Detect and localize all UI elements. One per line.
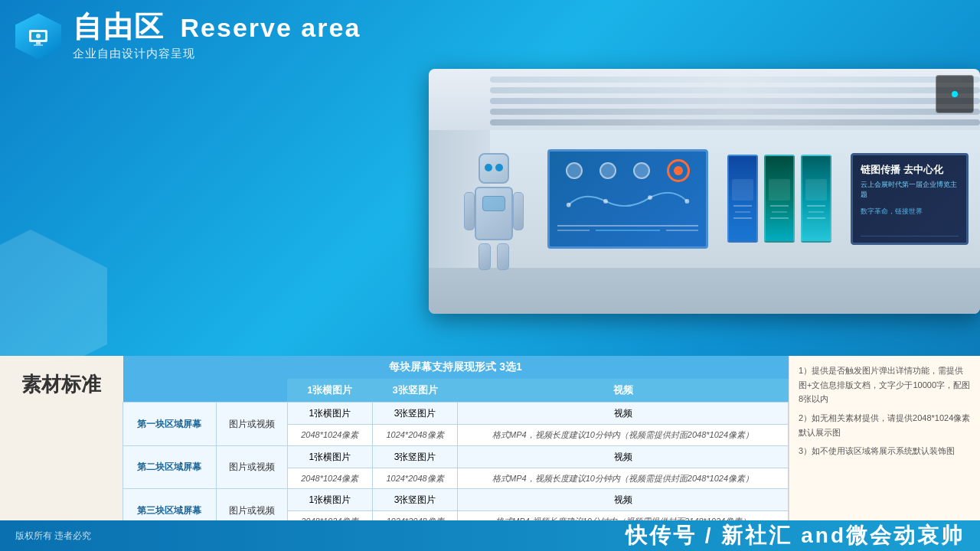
section-title: 素材标准	[21, 371, 101, 398]
row3-portrait-label: 3张竖图片	[372, 489, 457, 511]
banner-screens	[727, 155, 831, 243]
mini-map-dot	[952, 91, 958, 97]
svg-rect-2	[36, 42, 41, 44]
robot-figure	[467, 153, 521, 268]
screen-right-subtitle: 云上会展时代第一届企业博览主题	[861, 180, 959, 201]
note-3: 3）如不使用该区域将展示系统默认装饰图	[799, 444, 971, 458]
col-header-media	[216, 379, 287, 403]
row1-video-spec: 格式MP4，视频长度建议10分钟内（视频需提供封面2048*1024像素）	[458, 425, 789, 446]
footer-copyright: 版权所有 违者必究	[15, 530, 91, 543]
screen-left	[547, 149, 708, 249]
row2-media: 图片或视频	[216, 445, 287, 489]
robot-body	[475, 187, 513, 240]
robot-legs	[467, 243, 521, 270]
svg-rect-3	[34, 44, 43, 46]
robot-arm-right	[513, 192, 524, 230]
robot-head	[479, 153, 509, 184]
page-subtitle: 企业自由设计内容呈现	[73, 47, 361, 61]
row2-portrait-label: 3张竖图片	[372, 445, 457, 468]
screen-right-tag: 数字革命，链接世界	[861, 207, 959, 217]
svg-point-8	[684, 199, 689, 204]
logo-icon	[15, 13, 61, 59]
svg-point-5	[567, 203, 571, 207]
screen-right: 链图传播 去中心化 云上会展时代第一届企业博览主题 数字革命，链接世界	[851, 153, 969, 245]
row3-landscape-label: 1张横图片	[287, 489, 372, 511]
title-en: Reserve area	[181, 13, 361, 42]
screen-right-title: 链图传播 去中心化	[861, 163, 959, 177]
row2-video-label: 视频	[458, 445, 789, 468]
preview-scene: 链图传播 去中心化 云上会展时代第一届企业博览主题 数字革命，链接世界	[429, 69, 980, 314]
col-header-screen	[123, 379, 217, 403]
row1-portrait-label: 3张竖图片	[372, 403, 457, 425]
specs-table: 每块屏幕支持展现形式 3选1 1张横图片 3张竖图片 视频 第一块区域屏幕 图片…	[122, 356, 789, 533]
note-2: 2）如无相关素材提供，请提供2048*1024像素默认展示图	[799, 411, 971, 439]
mini-map	[936, 75, 974, 113]
table-title: 每块屏幕支持展现形式 3选1	[123, 356, 789, 379]
robot-chest	[482, 196, 505, 211]
preview-container[interactable]: 链图传播 去中心化 云上会展时代第一届企业博览主题 数字革命，链接世界	[429, 69, 980, 314]
svg-point-6	[603, 199, 608, 204]
svg-point-4	[36, 34, 41, 38]
row1-screen: 第一块区域屏幕	[123, 403, 217, 446]
row1-portrait-spec: 1024*2048像素	[372, 425, 457, 446]
row1-landscape-spec: 2048*1024像素	[287, 425, 372, 446]
robot-arm-left	[464, 192, 475, 230]
row2-screen: 第二块区域屏幕	[123, 445, 217, 489]
footer-bar: 版权所有 违者必究 快传号 / 新社汇 and微会动哀帅	[0, 520, 980, 551]
page-title: 自由区 Reserve area	[73, 11, 361, 44]
row2-landscape-label: 1张横图片	[287, 445, 372, 468]
robot-eye-right	[495, 164, 503, 171]
robot-leg-left	[479, 243, 491, 270]
col-header-portrait: 3张竖图片	[372, 379, 457, 403]
row3-video-label: 视频	[458, 489, 789, 511]
row1-media: 图片或视频	[216, 403, 287, 446]
note-1: 1）提供是否触发图片弹出详情功能，需提供图+文信息排版文档，文字少于10000字…	[799, 364, 971, 406]
robot-leg-right	[497, 243, 509, 270]
svg-point-7	[648, 195, 652, 200]
title-zh: 自由区	[73, 11, 165, 43]
row2-landscape-spec: 2048*1024像素	[287, 468, 372, 489]
row2-portrait-spec: 1024*2048像素	[372, 468, 457, 489]
col-header-landscape: 1张横图片	[287, 379, 372, 403]
header: 自由区 Reserve area 企业自由设计内容呈现	[0, 0, 980, 65]
robot-eye-left	[485, 164, 492, 171]
header-title: 自由区 Reserve area 企业自由设计内容呈现	[73, 11, 361, 61]
col-header-video: 视频	[458, 379, 789, 403]
row2-video-spec: 格式MP4，视频长度建议10分钟内（视频需提供封面2048*1024像素）	[458, 468, 789, 489]
row1-landscape-label: 1张横图片	[287, 403, 372, 425]
footer-marquee: 快传号 / 新社汇 and微会动哀帅	[626, 521, 965, 550]
row1-video-label: 视频	[458, 403, 789, 425]
